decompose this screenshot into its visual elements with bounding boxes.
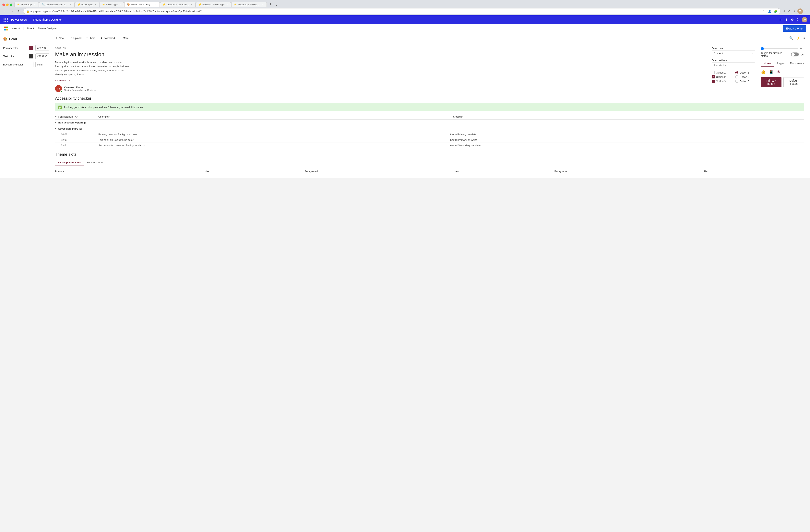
tab-6-close[interactable]: ✕ — [190, 3, 193, 6]
checkbox-1[interactable] — [712, 71, 715, 74]
tab-3-favicon: ⚡ — [78, 3, 80, 6]
pivot-tab-activity[interactable]: Activity — [807, 60, 810, 67]
new-button[interactable]: ＋ New ▾ — [53, 35, 68, 41]
share-button[interactable]: ⤴ Share — [84, 35, 97, 41]
browser-tab-3[interactable]: ⚡ Power Apps ✕ — [75, 2, 99, 7]
more-button[interactable]: ··· More — [118, 35, 131, 41]
default-button[interactable]: Default button — [783, 77, 804, 87]
checkbox-3[interactable]: ✓ — [712, 80, 715, 83]
toolbar-filter-icon[interactable]: ⚡ — [796, 35, 801, 41]
hex3-col-header: Hex — [704, 170, 804, 173]
waffle-menu[interactable] — [3, 17, 9, 22]
maximize-window-btn[interactable] — [10, 3, 12, 6]
bg-color-swatch[interactable] — [29, 62, 33, 67]
checkbox-group: Option 1 Option 1 ✓ Option — [712, 71, 755, 83]
accessible-chevron[interactable]: ∨ — [55, 128, 56, 130]
tab-3-close[interactable]: ✕ — [94, 3, 97, 6]
color-pair-label: Color pair — [98, 115, 110, 118]
download-icon: ⬇ — [100, 36, 102, 39]
primary-color-swatch[interactable] — [29, 46, 33, 50]
author-title: Senior Researcher at Contoso — [64, 89, 96, 92]
mobile-icon-button[interactable]: 📱 — [769, 69, 774, 74]
browser-more-menu[interactable]: ⋮ — [804, 9, 808, 13]
like-icon-button[interactable]: 👍 — [761, 69, 766, 74]
tab-5-close[interactable]: ✕ — [155, 3, 157, 6]
forward-button[interactable]: → — [9, 9, 15, 14]
waffle-dot — [5, 19, 6, 20]
text-color-swatch[interactable] — [29, 54, 33, 59]
download-button[interactable]: ⬇ Download — [98, 35, 117, 41]
toolbar-search-icon[interactable]: 🔍 — [789, 35, 794, 41]
browser-tab-4[interactable]: ⚡ Power Apps ✕ — [99, 2, 124, 7]
star-icon-button[interactable]: ✳ — [777, 69, 780, 74]
search-icon[interactable]: ⊞ — [779, 18, 782, 22]
tab-dropdown-button[interactable]: ⌄ — [275, 2, 278, 7]
toolbar-view-icon[interactable]: ≡ — [803, 35, 806, 40]
radio-1[interactable] — [735, 71, 739, 74]
radio-2[interactable] — [735, 75, 739, 79]
share-icon: ⤴ — [86, 36, 87, 39]
more-label: More — [123, 37, 129, 39]
tab-fabric-palette[interactable]: Fabric palette slots — [55, 160, 84, 166]
color-pair-2: Text color on Background color — [98, 138, 446, 142]
waffle-dot — [7, 19, 8, 20]
export-theme-button[interactable]: Export theme — [783, 26, 806, 32]
install-icon[interactable]: ⬇ — [785, 18, 788, 22]
browser-menu-1[interactable]: ⬇ — [782, 9, 787, 13]
upload-button[interactable]: ↑ Upload — [69, 35, 83, 41]
browser-tab-7[interactable]: ⚡ Reviews – Power Apps ✕ — [196, 2, 231, 7]
checkbox-1-label: Option 1 — [716, 71, 726, 74]
share-label: Share — [88, 37, 95, 39]
back-button[interactable]: ← — [2, 9, 7, 14]
ratio-1: 10.01 — [61, 133, 94, 136]
extensions-icon[interactable]: 🧩 — [773, 9, 778, 13]
slider-input[interactable] — [761, 48, 798, 49]
radio-1-dot — [736, 72, 738, 73]
browser-tab-1[interactable]: ⚡ Power Apps ✕ — [14, 2, 39, 7]
bookmark-icon[interactable]: ☆ — [761, 9, 766, 13]
radio-3[interactable] — [735, 80, 739, 83]
help-icon[interactable]: ? — [797, 18, 798, 21]
close-window-btn[interactable] — [2, 3, 5, 6]
contrast-ratio-header: ∨ Contrast ratio: AA — [55, 115, 94, 118]
pivot-tab-pages[interactable]: Pages — [774, 60, 788, 67]
new-tab-button[interactable]: + — [268, 2, 273, 7]
slider-value: 0 — [800, 47, 804, 50]
accessible-group[interactable]: ∨ Accessible pairs (3) — [55, 126, 804, 132]
browser-tab-8[interactable]: ⚡ Power Apps Review Tool ... ✕ — [231, 2, 267, 7]
non-accessible-chevron[interactable]: ∨ — [55, 121, 56, 124]
ms-sq-red — [4, 27, 6, 28]
primary-button[interactable]: Primary button — [761, 77, 781, 87]
contrast-ratio-label: Contrast ratio: AA — [58, 115, 78, 118]
ok-check-icon: ✅ — [58, 105, 62, 109]
minimize-window-btn[interactable] — [6, 3, 9, 6]
user-avatar[interactable]: JD — [802, 17, 807, 22]
browser-tab-6[interactable]: ⚡ Creator Kit Control Refere... ✕ — [160, 2, 195, 7]
tab-8-close[interactable]: ✕ — [262, 3, 264, 6]
browser-tab-2[interactable]: 🔧 Code Review Tool Experim... ✕ — [39, 2, 75, 7]
tab-2-close[interactable]: ✕ — [69, 3, 72, 6]
tab-4-close[interactable]: ✕ — [119, 3, 122, 6]
non-accessible-group[interactable]: ∨ Non accessible pairs (0) — [55, 119, 804, 126]
toggle-control[interactable] — [791, 52, 799, 56]
tab-semantic-slots[interactable]: Semantic slots — [84, 160, 106, 166]
pivot-tab-documents[interactable]: Documents — [788, 60, 807, 67]
pivot-tab-home[interactable]: Home — [761, 60, 774, 67]
checkbox-2[interactable]: ✓ — [712, 75, 715, 79]
tab-1-close[interactable]: ✕ — [34, 3, 36, 6]
browser-menu-2[interactable]: ⚙ — [787, 9, 792, 13]
settings-icon[interactable]: ⚙ — [791, 18, 794, 22]
app-brand-label[interactable]: Power Apps — [11, 18, 27, 21]
tab-7-close[interactable]: ✕ — [226, 3, 228, 6]
address-bar[interactable]: 🔒 apps.powerapps.com/play/2f6b0e93-7676-… — [23, 8, 780, 14]
text-input-field[interactable] — [712, 63, 755, 68]
reload-button[interactable]: ↻ — [16, 9, 22, 14]
user-profile-button[interactable]: JD — [797, 9, 803, 14]
browser-menu-3[interactable]: ? — [792, 9, 797, 13]
dropdown[interactable]: Content ∨ — [712, 51, 755, 56]
browser-tab-5-active[interactable]: 🎨 Fluent Theme Designer - ✕ — [124, 2, 160, 7]
ratio-header-chevron[interactable]: ∨ — [55, 116, 56, 118]
profile-icon[interactable]: 👤 — [767, 9, 772, 13]
toggle-row: Toggle for disabled states Off — [761, 51, 804, 57]
learn-more-link[interactable]: Learn more › — [55, 79, 706, 82]
